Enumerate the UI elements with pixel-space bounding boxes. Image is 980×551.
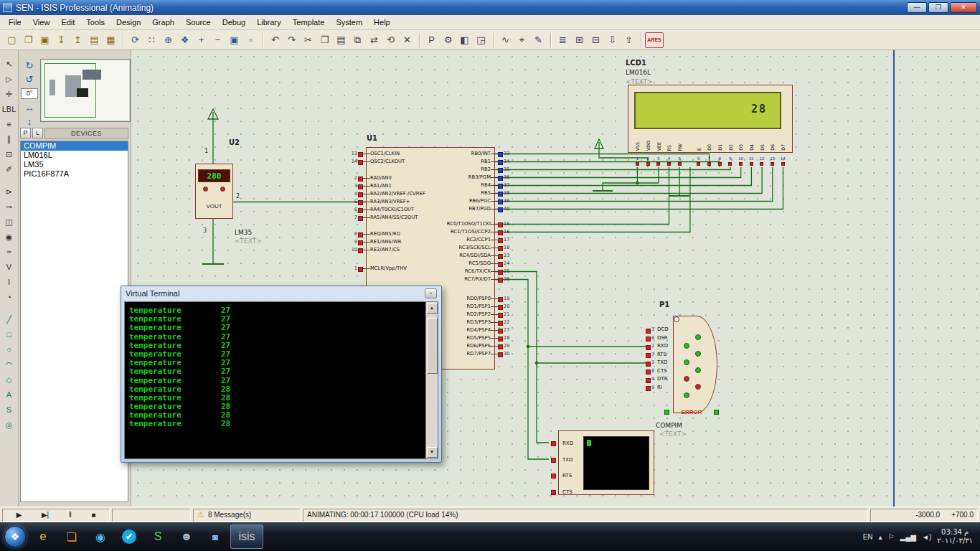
component-u2-lm35[interactable]: 280 VOUT (195, 164, 233, 219)
vterm-pin[interactable]: TXD (562, 452, 584, 468)
2d-circle-icon[interactable]: ○ (2, 342, 17, 357)
lcd-pin[interactable]: 7 (704, 156, 715, 166)
2d-box-icon[interactable]: □ (2, 327, 17, 342)
menu-view[interactable]: View (27, 17, 56, 28)
redraw-icon[interactable]: ⟳ (127, 32, 143, 48)
generator-mode-icon[interactable]: ≈ (2, 245, 17, 259)
zoom-area-icon[interactable]: ▫ (242, 32, 259, 48)
vterm-pin[interactable]: RXD (562, 435, 584, 452)
device-pins-icon[interactable]: ⊸ (2, 199, 17, 214)
rotation-angle-field[interactable]: 0° (21, 88, 38, 99)
subcircuit-mode-icon[interactable]: ⊡ (2, 147, 17, 161)
export-section-icon[interactable]: ↥ (70, 32, 86, 48)
device-list-item[interactable]: LM016L (21, 151, 128, 160)
menu-design[interactable]: Design (110, 17, 146, 28)
u1-pin[interactable]: 34RB1 (428, 158, 491, 166)
terminal-title-bar[interactable]: Virtual Terminal ▪ (121, 286, 441, 300)
make-device-icon[interactable]: ⚙ (440, 32, 456, 48)
u1-pin[interactable]: 35RB2 (428, 166, 491, 174)
u1-pin[interactable]: 17RC2/CCP1 (428, 236, 491, 244)
component-mode-icon[interactable]: ▷ (2, 72, 17, 86)
remove-sheet-icon[interactable]: ⊟ (588, 32, 604, 48)
u1-pin[interactable]: 40RB7/PGD (428, 205, 491, 213)
import-section-icon[interactable]: ↧ (53, 32, 70, 48)
lcd-pin[interactable]: 10 (735, 156, 746, 166)
u1-pin[interactable]: 18RC3/SCK/SCL (428, 244, 491, 252)
compim-pin[interactable]: 6DSR (646, 334, 674, 343)
taskbar-media-player[interactable]: ◉ (87, 524, 114, 549)
library-manager-button[interactable]: L (32, 128, 43, 138)
new-design-icon[interactable]: ▢ (4, 32, 20, 48)
start-button[interactable]: ❖ (1, 523, 29, 550)
tape-recorder-icon[interactable]: ◉ (2, 230, 17, 244)
block-delete-icon[interactable]: ✕ (399, 32, 415, 48)
u1-pin[interactable]: 4RA2/AN2/VREF-/CVREF (370, 190, 432, 198)
menu-file[interactable]: File (3, 17, 27, 28)
zoom-in-icon[interactable]: + (193, 32, 209, 48)
u1-pin[interactable]: 8RE0/AN5/RD (370, 230, 432, 238)
wire-autorouter-icon[interactable]: ∿ (497, 32, 514, 48)
lcd-pin[interactable]: 2 (643, 156, 654, 166)
mark-output-area-icon[interactable]: ▦ (103, 32, 119, 48)
menu-template[interactable]: Template (287, 17, 331, 28)
false-origin-icon[interactable]: ⊕ (160, 32, 176, 48)
terminal-close-button[interactable]: ▪ (425, 288, 437, 298)
component-virtual-terminal[interactable]: RXDTXDRTSCTS (558, 430, 654, 495)
u1-pin[interactable]: 38RB5 (428, 189, 491, 197)
zoom-out-icon[interactable]: − (209, 32, 226, 48)
compim-pin[interactable]: 4DTR (646, 375, 674, 384)
block-rotate-icon[interactable]: ⟲ (382, 32, 399, 48)
message-panel[interactable]: ⚠ 8 Message(s) (193, 509, 301, 522)
u1-pin[interactable]: 7RA5/AN4/SS/C2OUT (370, 214, 432, 222)
u1-pin[interactable]: 15RC0/T1OSO/T1CKI (428, 220, 491, 228)
u1-pin[interactable]: 25RC6/TX/CK (428, 268, 491, 276)
cut-icon[interactable]: ✂ (300, 32, 316, 48)
taskbar-messenger[interactable]: ☻ (173, 524, 200, 549)
u1-pin[interactable]: 23RC4/SDI/SDA (428, 252, 491, 260)
close-button[interactable]: ✕ (950, 2, 977, 13)
compim-pin[interactable]: 1DCD (646, 326, 674, 334)
mirror-vertical-icon[interactable]: ↕ (22, 115, 37, 128)
device-list-item[interactable]: COMPIM (21, 141, 128, 151)
step-button[interactable]: ▶| (42, 511, 49, 519)
title-bar[interactable]: SEN - ISIS Professional (Animating) — ❐ … (0, 0, 980, 15)
menu-system[interactable]: System (330, 17, 368, 28)
u1-pin[interactable]: 24RC5/SDO (428, 260, 491, 268)
taskbar-camera-app[interactable]: ◙ (202, 524, 229, 549)
compim-pin[interactable]: 8CTS (646, 367, 674, 376)
menu-debug[interactable]: Debug (217, 17, 251, 28)
copy-icon[interactable]: ❐ (316, 32, 333, 48)
scroll-up-icon[interactable]: ▲ (427, 303, 438, 314)
zoom-all-icon[interactable]: ▣ (226, 32, 242, 48)
instant-edit-icon[interactable]: ✐ (2, 162, 17, 176)
u1-pin[interactable]: 9RE1/AN6/WR (370, 238, 432, 246)
lcd-pin[interactable]: 9 (725, 156, 736, 166)
pause-button[interactable]: ‖ (69, 511, 72, 519)
current-probe-icon[interactable]: I (2, 275, 17, 289)
design-explorer-icon[interactable]: ≣ (555, 32, 571, 48)
menu-library[interactable]: Library (251, 17, 287, 28)
menu-source[interactable]: Source (180, 17, 217, 28)
u1-pin[interactable]: 6RA4/T0CKI/C1OUT (370, 206, 432, 214)
scrollbar-thumb[interactable] (427, 318, 438, 374)
taskbar-explorer[interactable]: ❏ (58, 524, 85, 549)
virtual-instruments-icon[interactable]: ◔ (2, 290, 17, 304)
print-icon[interactable]: ▤ (86, 32, 103, 48)
2d-marker-icon[interactable]: ◎ (2, 418, 17, 432)
lcd-pin[interactable]: 5 (674, 156, 685, 166)
u1-pin[interactable]: 39RB6/PGC (428, 197, 491, 205)
lcd-pin[interactable]: 12 (757, 156, 768, 166)
open-design-icon[interactable]: ❐ (20, 32, 37, 48)
play-button[interactable]: ▶ (17, 511, 22, 519)
language-indicator[interactable]: EN (863, 533, 873, 541)
compim-pin[interactable]: 2RXD (646, 342, 674, 351)
u1-pin[interactable]: 26RC7/RX/DT (428, 276, 491, 283)
u1-pin[interactable]: 36RB3/PGM (428, 174, 491, 182)
pick-devices-button[interactable]: P (20, 128, 31, 138)
2d-line-icon[interactable]: ╱ (2, 312, 17, 326)
pick-parts-icon[interactable]: P (423, 32, 440, 48)
2d-text-icon[interactable]: A (2, 387, 17, 402)
taskbar-skype[interactable]: S (144, 524, 171, 549)
2d-arc-icon[interactable]: ◠ (2, 357, 17, 372)
2d-path-icon[interactable]: ◇ (2, 372, 17, 387)
